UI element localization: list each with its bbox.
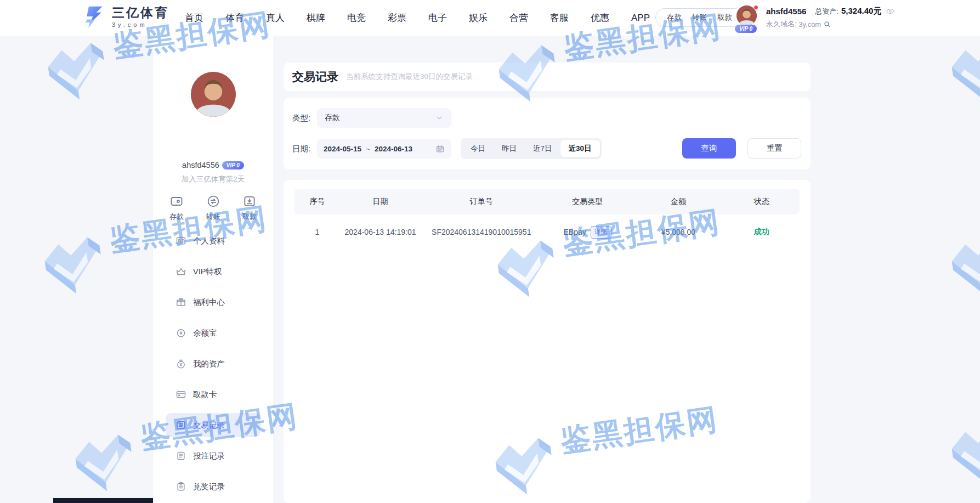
user-avatar-col: VIP 0: [737, 5, 762, 33]
search-button[interactable]: 查询: [682, 138, 736, 159]
sidebar-item-assets[interactable]: 我的资产: [166, 352, 260, 376]
page-subtitle: 当前系统支持查询最近30日的交易记录: [346, 72, 473, 82]
column-header: 金额: [633, 197, 724, 207]
sidebar-quick-actions: 存款 转账 取款: [153, 194, 273, 222]
brand-logo-icon: [82, 5, 106, 29]
assets-label: 总资产:: [815, 7, 839, 16]
search-icon[interactable]: [823, 20, 831, 28]
cell-amount: ¥5,008.00: [633, 228, 724, 236]
user-block: VIP 0 ahsfd4556 总资产: 5,324.40元 永久域名: 3y.…: [737, 5, 895, 33]
cell-status: 成功: [724, 227, 800, 237]
cell-type: EBpay详情: [542, 226, 633, 239]
table-row: 1 2024-06-13 14:19:01 SF2024061314190100…: [294, 218, 800, 246]
quick-action-transfer[interactable]: 转账: [206, 194, 220, 222]
nav-slots[interactable]: 电子: [428, 12, 447, 24]
withdraw-icon: [242, 194, 257, 208]
sidebar-item-redeem[interactable]: 兑奖记录: [166, 474, 260, 499]
topbar: 三亿体育 3y.com 首页体育真人棋牌电竞彩票电子娱乐合营客服优惠APP 存款…: [0, 0, 980, 36]
brand-text: 三亿体育 3y.com: [112, 6, 169, 27]
domain-value: 3y.com: [798, 20, 821, 29]
nav-home[interactable]: 首页: [185, 12, 203, 24]
main-nav: 首页体育真人棋牌电竞彩票电子娱乐合营客服优惠APP: [185, 0, 650, 36]
wallet-icon: [169, 194, 184, 208]
nav-promo[interactable]: 优惠: [591, 12, 609, 24]
profile-avatar[interactable]: [191, 72, 236, 117]
sidebar-item-bets[interactable]: 投注记录: [166, 444, 260, 468]
transfer-icon: [206, 194, 220, 208]
page-title: 交易记录: [292, 69, 338, 84]
moneybag-icon: [175, 358, 186, 369]
notification-dot: [754, 5, 758, 10]
type-select[interactable]: 存款: [317, 108, 451, 128]
reset-button[interactable]: 重置: [747, 138, 801, 159]
sidebar-item-vip[interactable]: VIP特权: [166, 259, 260, 284]
nav-entertainment[interactable]: 娱乐: [469, 12, 488, 24]
sidebar-item-withdraw-card[interactable]: 取款卡: [166, 382, 260, 406]
sidebar-item-label: 福利中心: [193, 297, 225, 308]
date-separator: ~: [366, 145, 370, 153]
range-button-1[interactable]: 昨日: [494, 140, 525, 157]
range-button-3[interactable]: 近30日: [560, 140, 600, 157]
nav-service[interactable]: 客服: [550, 12, 569, 24]
type-label: 类型:: [292, 113, 310, 123]
date-to: 2024-06-13: [375, 145, 412, 153]
sidebar: ahsfd4556VIP 0 加入三亿体育第2天 存款 转账 取款 个人资料 V…: [153, 36, 273, 503]
cell-index: 1: [294, 228, 340, 236]
sidebar-item-label: 投注记录: [193, 451, 225, 461]
brand-name: 三亿体育: [112, 6, 169, 20]
nav-esports[interactable]: 电竞: [347, 12, 366, 24]
transactions-table-card: 序号日期订单号交易类型金额状态 1 2024-06-13 14:19:01 SF…: [284, 180, 811, 503]
quick-action-label: 取款: [242, 212, 257, 222]
doc-icon: [175, 450, 186, 461]
footer-edge: [53, 498, 153, 503]
nav-chess[interactable]: 棋牌: [307, 12, 325, 24]
sidebar-item-label: VIP特权: [193, 267, 222, 277]
sidebar-item-label: 兑奖记录: [193, 482, 225, 492]
wallet-actions-pill: 存款转账取款: [655, 8, 744, 27]
range-button-0[interactable]: 今日: [462, 140, 494, 157]
clipboard-icon: [175, 481, 186, 492]
date-range-input[interactable]: 2024-05-15 ~ 2024-06-13: [317, 139, 451, 159]
listdoc-icon: [175, 420, 186, 431]
profile-joined-text: 加入三亿体育第2天: [153, 174, 273, 184]
eye-icon[interactable]: [886, 7, 895, 16]
quick-date-ranges: 今日昨日近7日近30日: [461, 138, 602, 159]
column-header: 序号: [294, 197, 340, 207]
assets-value: 5,324.40元: [841, 6, 881, 16]
page-header-card: 交易记录 当前系统支持查询最近30日的交易记录: [284, 63, 811, 91]
calendar-icon: [435, 144, 445, 154]
quick-action-label: 转账: [206, 212, 220, 222]
quick-action-deposit[interactable]: 存款: [169, 194, 184, 222]
range-button-2[interactable]: 近7日: [525, 140, 560, 157]
date-label: 日期:: [292, 144, 310, 154]
filter-card: 类型: 存款 日期: 2024-05-15 ~ 2024-06-13 今日昨日近…: [284, 98, 811, 169]
column-header: 交易类型: [542, 197, 633, 207]
sidebar-item-transactions[interactable]: 交易记录: [166, 413, 260, 437]
wallet-deposit-link[interactable]: 存款: [667, 13, 682, 22]
profile-username: ahsfd4556: [182, 161, 219, 169]
cell-order-no: SF202406131419010015951: [421, 228, 542, 236]
watermark: 鉴黑担保网: [941, 204, 980, 299]
wallet-withdraw-link[interactable]: 取款: [717, 13, 732, 22]
sidebar-item-welfare[interactable]: 福利中心: [166, 290, 260, 314]
nav-joint[interactable]: 合营: [509, 12, 528, 24]
detail-button[interactable]: 详情: [591, 226, 611, 239]
nav-app[interactable]: APP: [631, 13, 650, 24]
type-select-value: 存款: [325, 113, 435, 123]
domain-label: 永久域名:: [766, 19, 797, 29]
table-header-row: 序号日期订单号交易类型金额状态: [294, 189, 800, 214]
sidebar-menu: 个人资料 VIP特权 福利中心 余额宝 我的资产 取款卡 交易记录 投注记录: [153, 229, 273, 503]
sidebar-item-label: 余额宝: [193, 328, 217, 338]
sidebar-item-label: 取款卡: [193, 389, 217, 400]
crown-icon: [175, 266, 186, 277]
sidebar-item-profile[interactable]: 个人资料: [166, 229, 260, 253]
nav-sports[interactable]: 体育: [225, 12, 244, 24]
username[interactable]: ahsfd4556: [766, 7, 806, 16]
nav-live[interactable]: 真人: [266, 12, 285, 24]
wallet-transfer-link[interactable]: 转账: [692, 13, 707, 22]
quick-action-withdraw[interactable]: 取款: [242, 194, 257, 222]
sidebar-item-yuebao[interactable]: 余额宝: [166, 321, 260, 345]
nav-lottery[interactable]: 彩票: [388, 12, 406, 24]
brand-logo[interactable]: 三亿体育 3y.com: [82, 5, 169, 29]
vip-badge: VIP 0: [735, 25, 757, 33]
